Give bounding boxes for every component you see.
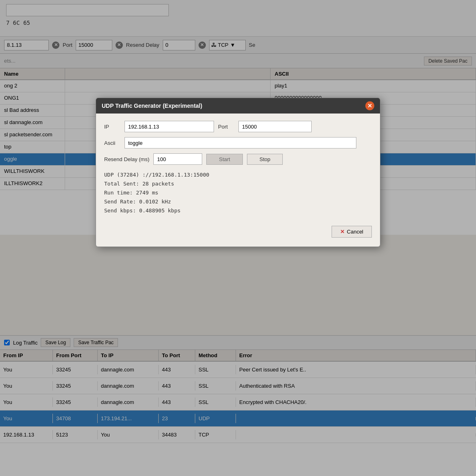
modal-titlebar: UDP Traffic Generator (Experimental) ✕ — [96, 98, 380, 114]
cancel-x-icon: ✕ — [340, 229, 345, 235]
start-button[interactable]: Start — [206, 154, 242, 165]
stop-button[interactable]: Stop — [247, 154, 283, 165]
modal-title: UDP Traffic Generator (Experimental) — [102, 103, 202, 109]
modal-ascii-input[interactable] — [124, 137, 356, 148]
modal-close-button[interactable]: ✕ — [365, 101, 374, 110]
modal-resend-input[interactable] — [153, 153, 202, 165]
cancel-label: Cancel — [347, 229, 363, 235]
ip-label: IP — [104, 124, 120, 130]
ascii-label: Ascii — [104, 140, 120, 146]
modal-overlay: UDP Traffic Generator (Experimental) ✕ I… — [0, 0, 476, 476]
modal-stats: UDP (37284) ://192.168.1.13:15000 Total … — [104, 170, 372, 215]
cancel-button[interactable]: ✕ Cancel — [332, 226, 372, 238]
stat-line-5: Send kbps: 0.488905 kbps — [104, 206, 372, 215]
modal-port-input[interactable] — [238, 121, 312, 132]
app-window: 7 6C 65 ✕ Port ✕ Resend Delay ✕ 🖧 TCP ▼ … — [0, 0, 476, 476]
action-row: Resend Delay (ms) Start Stop — [104, 153, 372, 165]
modal-ip-input[interactable] — [124, 121, 214, 132]
stat-line-2: Total Sent: 28 packets — [104, 179, 372, 188]
modal-port-label: Port — [218, 124, 234, 130]
modal-body: IP Port Ascii Resend Delay (ms) Start St… — [96, 114, 380, 247]
ascii-row: Ascii — [104, 137, 372, 148]
modal-footer: ✕ Cancel — [104, 222, 372, 239]
stat-line-1: UDP (37284) ://192.168.1.13:15000 — [104, 170, 372, 179]
udp-generator-modal: UDP Traffic Generator (Experimental) ✕ I… — [96, 98, 380, 247]
ip-port-row: IP Port — [104, 121, 372, 132]
stat-line-4: Send Rate: 0.0102 kHz — [104, 197, 372, 206]
stat-line-3: Run time: 2749 ms — [104, 188, 372, 197]
resend-delay-label: Resend Delay (ms) — [104, 156, 149, 162]
